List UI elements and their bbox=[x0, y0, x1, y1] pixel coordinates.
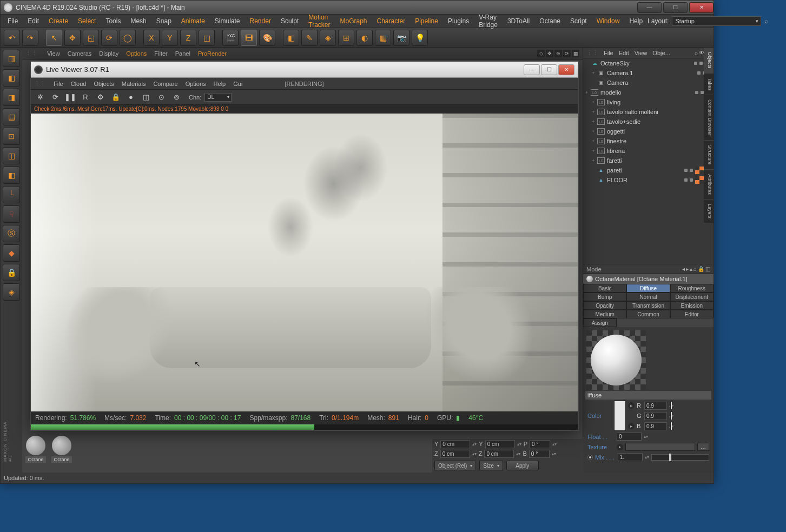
x-axis-lock[interactable]: X bbox=[143, 30, 160, 46]
expand-icon[interactable]: + bbox=[592, 119, 597, 124]
snap-settings[interactable]: Ⓢ bbox=[3, 225, 20, 242]
apply-button[interactable]: Apply bbox=[506, 461, 539, 470]
render-dot[interactable] bbox=[690, 169, 693, 172]
lv-refresh-icon[interactable]: ✲ bbox=[34, 91, 46, 103]
attr-nav-back[interactable]: ◂ bbox=[682, 266, 685, 272]
attr-tab-normal[interactable]: Normal bbox=[626, 292, 670, 301]
render-view-button[interactable]: 🎬 bbox=[222, 30, 239, 46]
viewport-solo[interactable]: ◈ bbox=[3, 283, 20, 301]
viewport-nav-icon[interactable]: ✥ bbox=[546, 50, 553, 57]
y-size-input[interactable]: 0 cm bbox=[485, 440, 515, 448]
menu-edit[interactable]: Edit bbox=[23, 16, 44, 26]
lv-pick-material-icon[interactable]: ⊚ bbox=[170, 91, 182, 103]
obj-menu-view[interactable]: View bbox=[635, 50, 648, 56]
layout-dropdown[interactable]: Startup bbox=[672, 16, 761, 26]
camera-object[interactable]: 📷 bbox=[393, 30, 409, 46]
color-swatch[interactable] bbox=[614, 401, 626, 431]
viewport-nav-icon[interactable]: ◇ bbox=[537, 50, 545, 57]
viewport-nav-icon[interactable]: ⟳ bbox=[563, 50, 571, 57]
search-icon[interactable]: ⌕ bbox=[764, 17, 768, 25]
lv-menu-objects[interactable]: Objects bbox=[94, 81, 114, 87]
rotate-tool[interactable]: ⟳ bbox=[101, 30, 117, 46]
mix-radio[interactable] bbox=[587, 455, 593, 460]
obj-menu-edit[interactable]: Edit bbox=[619, 50, 629, 56]
menu-plugins[interactable]: Plugins bbox=[443, 16, 474, 26]
channel-dropdown[interactable]: DL bbox=[204, 93, 232, 102]
lv-region-icon[interactable]: R bbox=[80, 91, 91, 103]
attr-tab-transmission[interactable]: Transmission bbox=[626, 301, 670, 310]
locked-workplane[interactable]: 🔒 bbox=[3, 264, 20, 281]
tree-item-floor[interactable]: ▲FLOOR bbox=[583, 175, 714, 185]
lv-pause-icon[interactable]: ❚❚ bbox=[64, 91, 76, 103]
viewport-nav-icon[interactable]: ⊕ bbox=[554, 50, 562, 57]
menu-file[interactable]: File bbox=[3, 16, 23, 26]
coord-mode-dropdown[interactable]: Object (Rel) bbox=[434, 461, 476, 470]
attr-tab-emission[interactable]: Emission bbox=[670, 301, 714, 310]
float-spinner[interactable]: ▴▾ bbox=[644, 434, 648, 439]
lv-settings-icon[interactable]: ⚙ bbox=[95, 91, 107, 103]
obj-menu-file[interactable]: File bbox=[604, 50, 613, 56]
attr-tab-displacement[interactable]: Displacement bbox=[670, 292, 714, 301]
menu-sculpt[interactable]: Sculpt bbox=[276, 16, 303, 26]
tree-item-finestre[interactable]: +L0finestre bbox=[583, 136, 714, 146]
lv-menu-compare[interactable]: Compare bbox=[153, 81, 177, 87]
expand-icon[interactable]: + bbox=[592, 109, 597, 115]
render-settings-button[interactable]: 🎞 bbox=[241, 30, 257, 46]
object-tree[interactable]: ☁OctaneSky+▣Camera.1▣Camera+L0modello+L0… bbox=[583, 58, 714, 264]
om-search-icon[interactable]: ⌕ bbox=[695, 50, 698, 56]
menu-pipeline[interactable]: Pipeline bbox=[410, 16, 443, 26]
render-viewport[interactable]: ↖ bbox=[31, 114, 578, 411]
attr-tab-basic[interactable]: Basic bbox=[583, 284, 626, 292]
array-object[interactable]: ⊞ bbox=[338, 30, 354, 46]
attr-tab-assign[interactable]: Assign bbox=[583, 318, 617, 327]
menu-3dtoall[interactable]: 3DToAll bbox=[503, 16, 534, 26]
expand-icon[interactable]: + bbox=[585, 90, 591, 95]
close-button[interactable]: ✕ bbox=[689, 2, 714, 13]
light-object[interactable]: 💡 bbox=[412, 30, 428, 46]
viewport-menu-cameras[interactable]: Cameras bbox=[68, 50, 92, 57]
menu-motion-tracker[interactable]: Motion Tracker bbox=[303, 12, 335, 30]
bend-deformer[interactable]: ◐ bbox=[356, 30, 373, 46]
point-mode[interactable]: ⊡ bbox=[3, 128, 20, 145]
menu-snap[interactable]: Snap bbox=[151, 16, 176, 26]
attr-new-icon[interactable]: ◫ bbox=[705, 266, 710, 272]
attr-nav-fwd[interactable]: ▸ bbox=[686, 266, 689, 272]
attr-nav-up[interactable]: ▴ bbox=[690, 266, 692, 272]
subdivision-surface[interactable]: ◈ bbox=[320, 30, 336, 46]
material-thumb[interactable]: Octane bbox=[24, 436, 47, 463]
viewport-menu-options[interactable]: Options bbox=[126, 50, 147, 57]
move-tool[interactable]: ✥ bbox=[64, 30, 81, 46]
lv-clay-icon[interactable]: ◫ bbox=[140, 91, 152, 103]
r-input[interactable]: 0.9 bbox=[644, 402, 667, 410]
b-rot-input[interactable]: 0 ° bbox=[529, 450, 550, 458]
z-pos-input[interactable]: 0 cm bbox=[440, 450, 470, 458]
menu-tools[interactable]: Tools bbox=[101, 16, 126, 26]
texture-browse[interactable]: … bbox=[697, 443, 709, 451]
select-tool[interactable]: ↖ bbox=[46, 30, 62, 46]
float-input[interactable]: 0 bbox=[617, 433, 642, 441]
p-rot-input[interactable]: 0 ° bbox=[530, 440, 550, 448]
lv-menu-options[interactable]: Options bbox=[186, 81, 206, 87]
material-thumb[interactable]: Octane bbox=[50, 436, 73, 463]
lv-maximize-button[interactable]: ☐ bbox=[541, 64, 557, 75]
attr-lock-icon[interactable]: 🔒 bbox=[698, 266, 704, 272]
lv-reload-icon[interactable]: ⟳ bbox=[49, 91, 61, 103]
menu-window[interactable]: Window bbox=[592, 16, 625, 26]
menu-simulate[interactable]: Simulate bbox=[210, 16, 245, 26]
tree-item-tavolo-rialto-molteni[interactable]: +L0tavolo rialto molteni bbox=[583, 107, 714, 117]
lv-menu-cloud[interactable]: Cloud bbox=[71, 81, 87, 87]
expand-icon[interactable]: + bbox=[592, 70, 597, 76]
coord-system[interactable]: ◫ bbox=[199, 30, 215, 46]
picture-viewer-button[interactable]: 🎨 bbox=[259, 30, 275, 46]
menu-select[interactable]: Select bbox=[73, 16, 101, 26]
visibility-dot[interactable] bbox=[694, 62, 697, 65]
tree-item-octanesky[interactable]: ☁OctaneSky bbox=[583, 58, 714, 68]
axis-mode[interactable]: └ bbox=[3, 186, 20, 203]
attr-mode-label[interactable]: Mode bbox=[586, 266, 602, 272]
attr-tab-medium[interactable]: Medium bbox=[583, 310, 626, 318]
menu-mesh[interactable]: Mesh bbox=[126, 16, 151, 26]
edge-mode[interactable]: ◫ bbox=[3, 147, 20, 164]
render-dot[interactable] bbox=[699, 62, 703, 65]
lv-menu-gui[interactable]: Gui bbox=[233, 81, 242, 87]
lv-menu-help[interactable]: Help bbox=[214, 81, 226, 87]
